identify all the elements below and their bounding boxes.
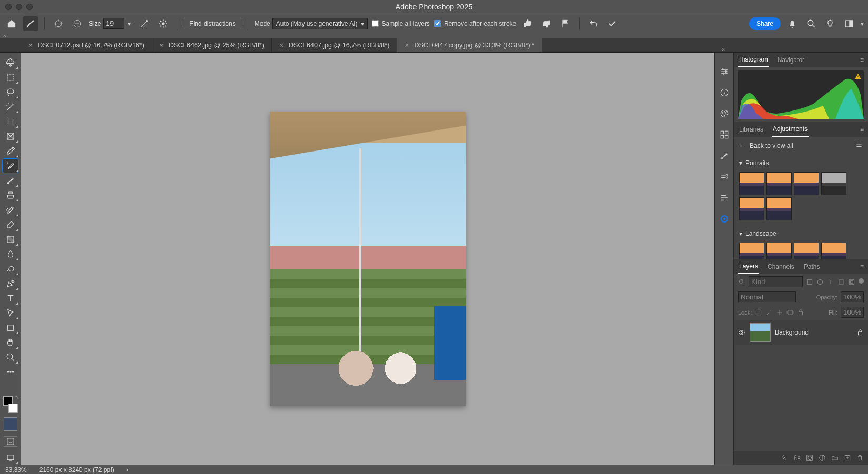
brush-minus-icon[interactable] (70, 16, 85, 31)
color-panel-icon[interactable] (718, 107, 731, 120)
brush-target-icon[interactable] (51, 16, 66, 31)
preset-thumb[interactable] (739, 172, 764, 195)
size-dropdown-icon[interactable]: ▾ (126, 18, 133, 29)
preset-thumb[interactable] (766, 197, 792, 220)
size-input[interactable] (103, 18, 124, 29)
window-controls[interactable] (5, 4, 33, 10)
paths-tab[interactable]: Paths (803, 260, 821, 274)
zoom-tool[interactable] (3, 350, 18, 364)
tool-preset-icon[interactable] (23, 16, 38, 31)
layer-thumbnail[interactable] (750, 323, 771, 342)
screen-mode-icon[interactable] (3, 451, 18, 465)
adjustments-sliders-icon[interactable] (718, 65, 731, 78)
preset-thumb[interactable] (766, 243, 792, 259)
pen-tool[interactable] (3, 277, 18, 290)
quick-mask-icon[interactable] (4, 436, 17, 447)
brush-panel-icon[interactable] (718, 149, 731, 162)
preset-thumb[interactable] (766, 172, 792, 195)
filter-type-icon[interactable] (827, 278, 834, 286)
layer-filter-input[interactable] (749, 276, 803, 287)
channels-tab[interactable]: Channels (766, 260, 795, 274)
more-tools-icon[interactable] (3, 365, 18, 379)
blur-tool[interactable] (3, 247, 18, 261)
shape-tool[interactable] (3, 321, 18, 335)
fx-icon[interactable] (793, 454, 801, 461)
document-tab[interactable]: × DSCF0447 copy.jpg @ 33,3% (RGB/8*) * (397, 38, 542, 52)
trash-icon[interactable] (856, 454, 864, 461)
blend-mode-select[interactable] (738, 291, 796, 302)
panel-menu-icon[interactable]: ≡ (860, 126, 864, 133)
find-distractions-button[interactable]: Find distractions (184, 18, 241, 29)
histogram-tab[interactable]: Histogram (738, 53, 769, 67)
layers-tab[interactable]: Layers (738, 259, 759, 274)
canvas-area[interactable] (21, 53, 714, 465)
lock-icon[interactable] (856, 329, 864, 336)
align-panel-icon[interactable] (718, 191, 731, 204)
preset-thumb[interactable] (794, 172, 819, 195)
histogram-warning-icon[interactable] (854, 73, 862, 80)
navigator-tab[interactable]: Navigator (776, 53, 805, 67)
plugin-panel-icon[interactable] (718, 213, 731, 225)
path-select-tool[interactable] (3, 306, 18, 320)
document-tab[interactable]: × DSCF0712.psd @ 16,7% (RGB/16*) (21, 38, 152, 52)
preset-thumb[interactable] (739, 197, 764, 220)
brush-tool[interactable] (3, 174, 18, 187)
filter-image-icon[interactable] (806, 278, 813, 286)
brush-settings-icon[interactable] (137, 16, 152, 31)
foreground-color-swatch[interactable] (4, 417, 17, 431)
undo-icon[interactable] (586, 16, 601, 31)
filter-adjust-icon[interactable] (816, 278, 824, 286)
mode-select[interactable]: Auto (May use generative AI) ▾ (272, 18, 368, 29)
landscape-group-toggle[interactable]: ▾ Landscape (739, 227, 863, 240)
visibility-eye-icon[interactable] (738, 329, 745, 336)
gear-icon[interactable] (156, 16, 170, 31)
sample-all-input[interactable] (372, 20, 379, 27)
list-view-icon[interactable] (855, 141, 863, 150)
lock-pixels-icon[interactable] (755, 309, 762, 316)
mask-icon[interactable] (806, 454, 813, 461)
status-chevron-right-icon[interactable]: › (127, 466, 129, 473)
preset-thumb[interactable] (739, 243, 764, 259)
adjustments-tab[interactable]: Adjustments (772, 122, 809, 137)
lock-brush-icon[interactable] (765, 309, 773, 316)
marquee-tool[interactable] (3, 70, 18, 84)
remove-after-input[interactable] (434, 20, 441, 27)
panel-menu-icon[interactable]: ≡ (860, 263, 864, 270)
lock-all-icon[interactable] (797, 309, 804, 316)
preset-thumb[interactable] (821, 172, 846, 195)
thumbs-up-icon[interactable] (520, 16, 535, 31)
zoom-level[interactable]: 33,33% (5, 466, 27, 473)
lock-position-icon[interactable] (776, 309, 783, 316)
frame-tool[interactable] (3, 129, 18, 143)
back-to-view-all[interactable]: ← Back to view all (734, 137, 868, 154)
libraries-tab[interactable]: Libraries (738, 123, 764, 136)
remove-after-checkbox[interactable]: Remove after each stroke (434, 20, 516, 27)
filter-toggle-icon[interactable] (859, 278, 864, 284)
adjustment-layer-icon[interactable] (819, 454, 826, 461)
magic-wand-tool[interactable] (3, 100, 18, 114)
workspace-icon[interactable] (842, 16, 856, 31)
hand-tool[interactable] (3, 336, 18, 349)
layer-row[interactable]: Background (734, 320, 868, 345)
collapse-chevron-icon[interactable]: ›› (0, 33, 868, 38)
traffic-min-icon[interactable] (16, 4, 22, 10)
preset-thumb[interactable] (821, 243, 846, 259)
clone-stamp-tool[interactable] (3, 188, 18, 202)
tab-close-icon[interactable]: × (279, 41, 284, 49)
sample-all-checkbox[interactable]: Sample all layers (372, 20, 430, 27)
portraits-group-toggle[interactable]: ▾ Portraits (739, 156, 863, 170)
document-tab[interactable]: × DSCF6407.jpg @ 16,7% (RGB/8*) (272, 38, 397, 52)
eyedropper-tool[interactable] (3, 144, 18, 158)
lock-artboard-icon[interactable] (786, 309, 794, 316)
search-global-icon[interactable] (804, 16, 819, 31)
traffic-max-icon[interactable] (26, 4, 33, 10)
crop-tool[interactable] (3, 115, 18, 128)
swatches-panel-icon[interactable] (718, 128, 731, 141)
panel-collapse-chevron-icon[interactable]: ‹‹ (721, 46, 725, 52)
dodge-tool[interactable] (3, 262, 18, 276)
eraser-tool[interactable] (3, 218, 18, 231)
thumbs-down-icon[interactable] (539, 16, 554, 31)
link-layers-icon[interactable] (781, 454, 788, 461)
flag-icon[interactable] (558, 16, 573, 31)
lasso-tool[interactable] (3, 85, 18, 99)
